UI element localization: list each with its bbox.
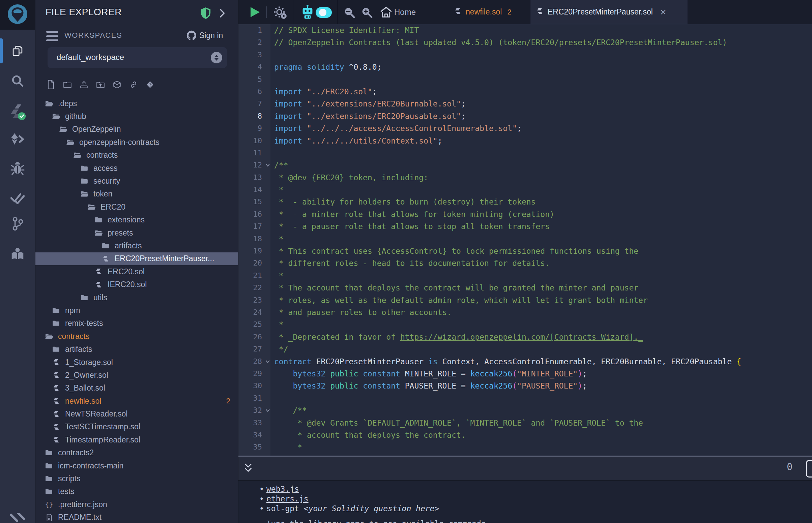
tree-item-2-owner-sol[interactable]: 2_Owner.sol — [35, 369, 239, 381]
deploy-and-run-icon[interactable] — [0, 132, 35, 146]
code-editor[interactable]: 1// SPDX-License-Identifier: MIT2// Open… — [239, 24, 812, 456]
workspaces-menu-icon[interactable] — [46, 31, 58, 41]
code-line-3[interactable]: 3 — [239, 49, 812, 61]
tree-item-contracts[interactable]: contracts — [35, 149, 239, 162]
code-line-21[interactable]: 21 * — [239, 270, 812, 282]
code-line-16[interactable]: 16 * - a minter role that allows for tok… — [239, 208, 812, 220]
tree-item-readme-txt[interactable]: README.txt — [35, 511, 239, 523]
tree-item-newtsreader-sol[interactable]: NewTSReader.sol — [35, 408, 239, 420]
zoom-out-icon[interactable] — [343, 6, 356, 20]
code-line-34[interactable]: 34 * account that deploys the contract. — [239, 429, 812, 441]
tree-item-openzeppelin-contracts[interactable]: openzeppelin-contracts — [35, 136, 239, 149]
debugger-bug-icon[interactable] — [0, 161, 35, 176]
copilot-toggle-on[interactable] — [315, 7, 332, 20]
code-line-13[interactable]: 13 * @dev {ERC20} token, including: — [239, 172, 812, 184]
code-line-28[interactable]: 28contract ERC20PresetMinterPauser is Co… — [239, 356, 812, 368]
code-line-17[interactable]: 17 * - a pauser role that allows to stop… — [239, 220, 812, 233]
terminal-search-box[interactable] — [806, 460, 812, 477]
tree-item-presets[interactable]: presets — [35, 227, 239, 239]
code-line-22[interactable]: 22 * The account that deploys the contra… — [239, 282, 812, 294]
tree-item-contracts[interactable]: contracts — [35, 330, 239, 343]
link-icon[interactable] — [129, 79, 138, 90]
fold-chevron-icon[interactable] — [262, 159, 273, 171]
code-line-4[interactable]: 4pragma solidity ^0.8.0; — [239, 61, 812, 73]
tree-item-timestampreader-sol[interactable]: TimestampReader.sol — [35, 433, 239, 446]
remix-logo[interactable] — [0, 0, 35, 30]
home-icon[interactable] — [379, 5, 393, 20]
code-line-10[interactable]: 10import "../../../utils/Context.sol"; — [239, 135, 812, 147]
workspace-caret-icon[interactable] — [211, 52, 222, 64]
tree-item-contracts2[interactable]: contracts2 — [35, 447, 239, 459]
code-line-1[interactable]: 1// SPDX-License-Identifier: MIT — [239, 24, 812, 36]
tab-newfile-sol[interactable]: newfile.sol 2 — [448, 0, 529, 24]
code-line-9[interactable]: 9import "../../../access/AccessControlEn… — [239, 122, 812, 134]
code-line-18[interactable]: 18 * — [239, 233, 812, 245]
tree-item-github[interactable]: github — [35, 110, 239, 123]
code-line-23[interactable]: 23 * roles, as well as the default admin… — [239, 294, 812, 306]
code-line-19[interactable]: 19 * This contract uses {AccessControl} … — [239, 245, 812, 257]
tree-item-3-ballot-sol[interactable]: 3_Ballot.sol — [35, 382, 239, 395]
tree-item-ierc20-sol[interactable]: IERC20.sol — [35, 278, 239, 291]
tree-item-erc20[interactable]: ERC20 — [35, 200, 239, 213]
code-line-31[interactable]: 31 — [239, 392, 812, 404]
terminal-collapse-icon[interactable] — [243, 462, 254, 476]
tab-close-icon[interactable]: × — [660, 7, 666, 17]
code-line-26[interactable]: 26 * _Deprecated in favor of https://wiz… — [239, 331, 812, 343]
terminal-link[interactable]: ethers.js — [266, 494, 308, 503]
fold-chevron-icon[interactable] — [262, 404, 273, 416]
code-line-30[interactable]: 30 bytes32 public constant PAUSER_ROLE =… — [239, 380, 812, 392]
tree-item-testsctimestamp-sol[interactable]: TestSCTimestamp.sol — [35, 420, 239, 433]
run-script-play-icon[interactable] — [250, 7, 260, 17]
workspace-select[interactable]: default_workspace — [48, 47, 227, 68]
tree-item-icm-contracts-main[interactable]: icm-contracts-main — [35, 459, 239, 472]
code-line-25[interactable]: 25 * — [239, 319, 812, 330]
code-line-11[interactable]: 11 — [239, 147, 812, 159]
solidity-compiler-icon[interactable] — [0, 103, 35, 121]
code-line-33[interactable]: 33 * @dev Grants `DEFAULT_ADMIN_ROLE`, `… — [239, 417, 812, 429]
code-line-15[interactable]: 15 * - ability for holders to burn (dest… — [239, 196, 812, 208]
home-tab-label[interactable]: Home — [394, 0, 416, 24]
upload-file-icon[interactable] — [80, 79, 88, 90]
tree-item-npm[interactable]: npm — [35, 304, 239, 317]
tree-item--prettierrc-json[interactable]: {}.prettierrc.json — [35, 498, 239, 511]
tree-item-scripts[interactable]: scripts — [35, 472, 239, 485]
tree-item-newfile-sol[interactable]: newfile.sol2 — [35, 395, 239, 408]
tree-item-security[interactable]: security — [35, 175, 239, 187]
tree-item-openzeppelin[interactable]: OpenZeppelin — [35, 123, 239, 136]
code-line-29[interactable]: 29 bytes32 public constant MINTER_ROLE =… — [239, 368, 812, 380]
upload-folder-icon[interactable] — [96, 79, 105, 90]
tab-erc20presetminterpauser-sol[interactable]: ERC20PresetMinterPauser.sol × — [530, 0, 688, 24]
tree-item-erc20presetminterpauser-[interactable]: ERC20PresetMinterPauser... — [35, 252, 239, 265]
git-init-icon[interactable] — [146, 79, 155, 90]
tree-item-utils[interactable]: utils — [35, 291, 239, 304]
code-line-2[interactable]: 2// OpenZeppelin Contracts (last updated… — [239, 36, 812, 49]
sign-in-button[interactable]: Sign in — [199, 31, 223, 40]
code-line-7[interactable]: 7import "../extensions/ERC20Burnable.sol… — [239, 98, 812, 110]
search-icon[interactable] — [0, 74, 35, 88]
tree-item--deps[interactable]: .deps — [35, 97, 239, 110]
terminal-bar[interactable]: 0 — [239, 457, 812, 481]
panel-expand-chevron-icon[interactable] — [218, 8, 226, 20]
code-line-20[interactable]: 20 * different roles - head to its docum… — [239, 257, 812, 269]
file-explorer-icon[interactable] — [0, 44, 35, 57]
tree-item-token[interactable]: token — [35, 188, 239, 200]
github-icon[interactable] — [186, 30, 197, 42]
tree-item-tests[interactable]: tests — [35, 485, 239, 498]
new-file-icon[interactable] — [47, 79, 55, 90]
code-line-14[interactable]: 14 * — [239, 184, 812, 196]
code-line-12[interactable]: 12/** — [239, 159, 812, 171]
learneth-icon[interactable] — [0, 246, 35, 262]
ai-robot-icon[interactable] — [300, 4, 315, 21]
settings-icon[interactable] — [0, 513, 35, 523]
tree-item-artifacts[interactable]: artifacts — [35, 343, 239, 356]
code-line-6[interactable]: 6import "../ERC20.sol"; — [239, 86, 812, 98]
tree-item-access[interactable]: access — [35, 162, 239, 175]
git-branch-icon[interactable] — [0, 216, 35, 232]
code-line-35[interactable]: 35 * — [239, 441, 812, 453]
terminal-link[interactable]: web3.js — [266, 485, 299, 493]
code-line-32[interactable]: 32 /** — [239, 404, 812, 416]
code-line-27[interactable]: 27 */ — [239, 343, 812, 355]
tree-item-artifacts[interactable]: artifacts — [35, 239, 239, 252]
code-line-5[interactable]: 5 — [239, 73, 812, 86]
new-folder-icon[interactable] — [63, 79, 72, 90]
